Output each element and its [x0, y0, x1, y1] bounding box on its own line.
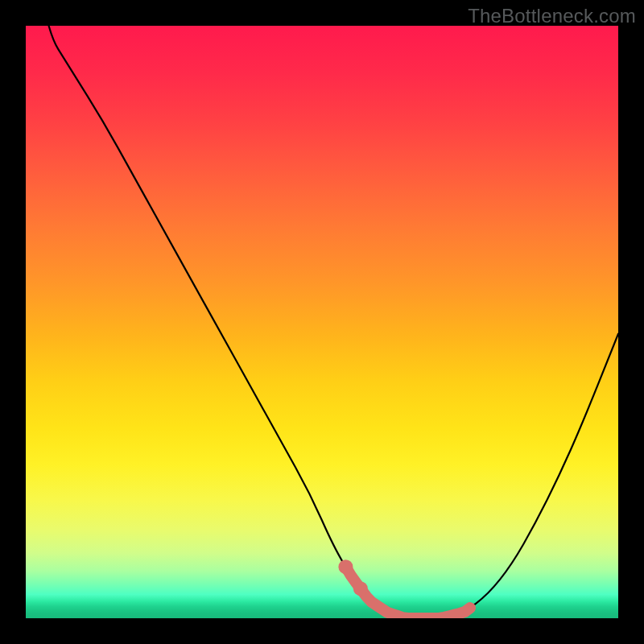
watermark-text: TheBottleneck.com [468, 5, 636, 27]
curve-svg [26, 26, 618, 618]
plot-area [26, 26, 618, 618]
chart-container: TheBottleneck.com [0, 0, 644, 644]
optimal-dot-2 [353, 581, 368, 596]
optimal-dot-1 [338, 559, 353, 574]
bottleneck-curve [26, 26, 618, 618]
